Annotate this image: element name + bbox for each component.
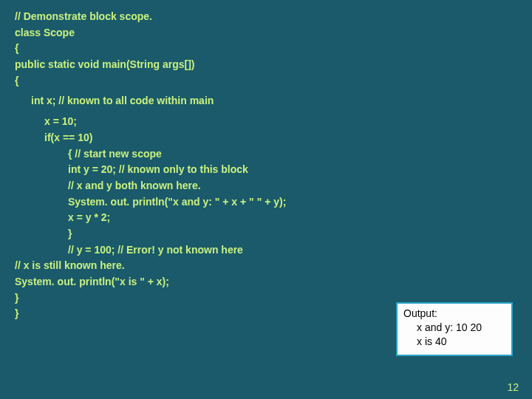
code-line: int y = 20; // known only to this block (15, 162, 517, 178)
code-line: x = 10; (15, 114, 517, 130)
code-line: public static void main(String args[]) (15, 57, 517, 73)
code-line: } (15, 226, 517, 242)
code-line: // y = 100; // Error! y not known here (15, 242, 517, 259)
code-line: // Demonstrate block scope. (15, 9, 517, 25)
code-line: { (15, 73, 517, 89)
output-line: x is 40 (403, 335, 505, 349)
code-block: // Demonstrate block scope. class Scope … (0, 0, 532, 322)
code-line: class Scope (15, 25, 517, 41)
code-line: { // start new scope (15, 146, 517, 163)
code-line: // x is still known here. (15, 258, 517, 274)
code-line: System. out. println("x is " + x); (15, 274, 517, 290)
code-line: if(x == 10) (15, 130, 517, 146)
code-line: System. out. println("x and y: " + x + "… (15, 194, 517, 211)
page-number: 12 (507, 381, 519, 393)
code-line: int x; // known to all code within main (15, 93, 517, 109)
output-line: x and y: 10 20 (403, 321, 505, 335)
output-box: Output: x and y: 10 20 x is 40 (396, 302, 513, 356)
output-title: Output: (403, 307, 505, 321)
code-line: // x and y both known here. (15, 178, 517, 194)
code-line: { (15, 41, 517, 57)
code-line: x = y * 2; (15, 210, 517, 226)
